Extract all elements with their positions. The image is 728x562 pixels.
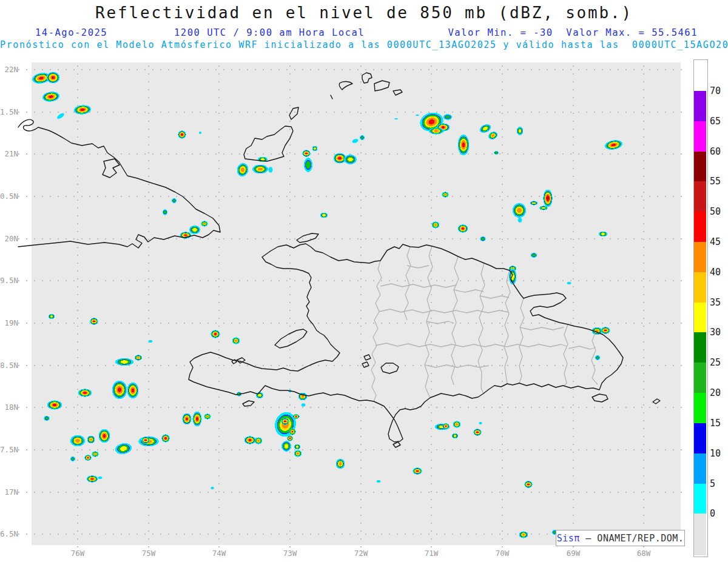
colorbar-tick-label: 5 [710, 478, 715, 489]
reflectivity-cell [530, 201, 539, 206]
colorbar-tick-label: 45 [710, 236, 721, 247]
reflectivity-cell [46, 72, 60, 84]
reflectivity-cell [210, 486, 215, 490]
reflectivity-cell [162, 209, 167, 216]
forecast-time: 1200 UTC / 9:00 am Hora Local [174, 27, 365, 38]
reflectivity-cell [235, 161, 250, 178]
reflectivity-cell [204, 413, 212, 420]
weather-map-page: Reflectividad en el nivel de 850 mb (dBZ… [0, 0, 728, 562]
credit-box: Sisπ – ONAMET/REP.DOM. [556, 530, 685, 546]
colorbar-segment [694, 393, 706, 423]
reflectivity-cell [413, 467, 422, 475]
reflectivity-cell [288, 389, 292, 393]
lat-tick-label: 21N [0, 149, 18, 158]
reflectivity-cell [539, 206, 548, 210]
reflectivity-cell [524, 481, 533, 488]
colorbar-tick-label: 30 [710, 327, 721, 338]
reflectivity-cell [343, 154, 357, 164]
reflectivity-cell [508, 267, 517, 286]
reflectivity-cell [289, 428, 297, 435]
reflectivity-cell [566, 281, 572, 285]
lon-tick-label: 76W [64, 549, 91, 558]
reflectivity-cell [97, 476, 103, 480]
colorbar-segment [694, 121, 706, 152]
reflectivity-cell [113, 441, 134, 457]
lon-tick-label: 70W [489, 549, 516, 558]
reflectivity-cell [257, 156, 268, 162]
reflectivity-cell [359, 135, 365, 141]
reflectivity-cell [335, 458, 345, 469]
colorbar-tick-label: 10 [710, 448, 721, 459]
reflectivity-cell [41, 90, 61, 103]
colorbar-segment [694, 332, 706, 363]
colorbar-tick-label: 60 [710, 146, 721, 157]
lat-tick-label: 21.5N [0, 107, 18, 116]
reflectivity-cells-layer [32, 62, 681, 545]
lat-tick-label: 16.5N [0, 529, 18, 538]
reflectivity-cell [281, 440, 291, 452]
reflectivity-cell [479, 236, 487, 241]
colorbar-segment [694, 91, 706, 121]
reflectivity-cell [182, 413, 192, 426]
colorbar-segment [694, 60, 706, 91]
reflectivity-cell [451, 433, 459, 438]
reflectivity-cell [349, 137, 360, 146]
reflectivity-cell [601, 327, 610, 335]
reflectivity-cell [431, 221, 440, 229]
lat-tick-label: 17N [0, 487, 18, 497]
reflectivity-cell [457, 224, 468, 233]
colorbar-tick-label: 20 [710, 387, 721, 398]
reflectivity-cell [87, 435, 96, 444]
lon-tick-label: 72W [348, 549, 374, 558]
reflectivity-cell [178, 130, 187, 139]
colorbar-segment [694, 152, 706, 181]
forecast-date: 14-Ago-2025 [35, 27, 107, 38]
page-title: Reflectividad en el nivel de 850 mb (dBZ… [0, 4, 728, 22]
reflectivity-cell [543, 189, 553, 207]
reflectivity-cell [300, 403, 306, 407]
lon-tick-label: 74W [206, 549, 232, 558]
reflectivity-cell [320, 212, 329, 218]
reflectivity-cell [134, 355, 143, 361]
reflectivity-cell [428, 127, 443, 135]
reflectivity-cell [254, 437, 263, 445]
colorbar-tick-label: 0 [710, 508, 715, 519]
colorbar-tick-label: 35 [710, 297, 721, 308]
reflectivity-cell [90, 318, 98, 326]
reflectivity-cell [98, 429, 110, 443]
reflectivity-cell [442, 423, 450, 429]
credit-onamet: – ONAMET/REP.DOM. [580, 533, 684, 544]
reflectivity-cell [211, 330, 220, 338]
lon-tick-label: 69W [560, 549, 587, 558]
colorbar-tick-label: 50 [710, 206, 721, 217]
reflectivity-cell [268, 166, 274, 175]
reflectivity-cell [171, 198, 177, 203]
lon-tick-label: 68W [630, 549, 657, 558]
reflectivity-cell [92, 451, 99, 457]
reflectivity-cell [236, 392, 242, 396]
reflectivity-cell [376, 480, 381, 484]
lon-tick-label: 75W [135, 549, 162, 558]
lon-tick-label: 71W [418, 549, 445, 558]
reflectivity-cell [78, 389, 92, 398]
reflectivity-cell [303, 156, 313, 174]
colorbar-tick-label: 70 [710, 85, 721, 96]
reflectivity-cell [604, 138, 624, 151]
lat-tick-label: 22N [0, 65, 18, 74]
reflectivity-cell [43, 415, 51, 421]
reflectivity-cell [70, 456, 76, 461]
reflectivity-cell [147, 340, 153, 344]
reflectivity-cell [442, 113, 453, 121]
reflectivity-cell [86, 475, 98, 483]
reflectivity-cell [595, 355, 601, 360]
lat-tick-label: 17.5N [0, 445, 18, 454]
reflectivity-cell [478, 421, 483, 426]
colorbar-tick-label: 55 [710, 176, 721, 187]
lat-tick-label: 18.5N [0, 361, 18, 370]
reflectivity-cell [292, 414, 300, 419]
colorbar-tick-label: 15 [710, 418, 721, 429]
reflectivity-cell [255, 392, 265, 399]
reflectivity-cell [70, 435, 86, 447]
reflectivity-cell [232, 337, 241, 345]
colorbar-segment [694, 212, 706, 242]
